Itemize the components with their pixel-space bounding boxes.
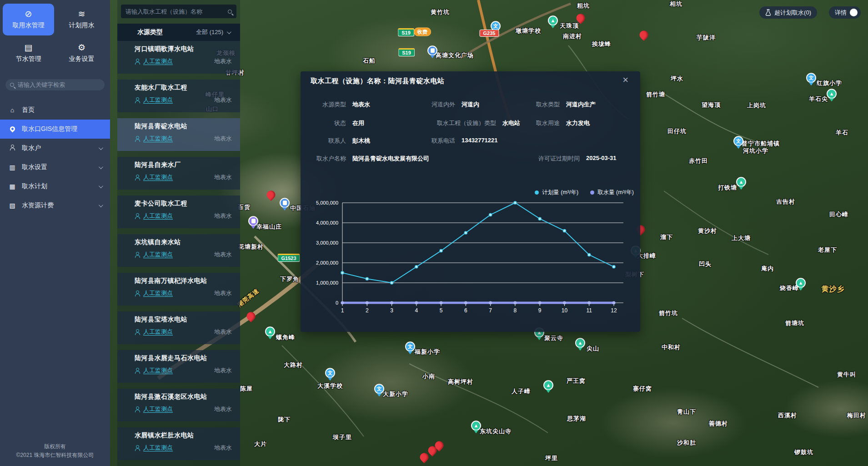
map-label: 羊石 xyxy=(836,129,848,137)
chevron-down-icon xyxy=(99,145,103,150)
school-marker[interactable]: 文 xyxy=(374,384,384,394)
mountain-marker[interactable]: ▲ xyxy=(796,278,806,288)
close-icon[interactable]: × xyxy=(622,75,628,85)
map-label: 陇下 xyxy=(278,416,291,424)
facility-list-item[interactable]: 陆河县自来水厂人工监测点地表水 xyxy=(117,157,240,190)
facility-list-item[interactable]: 陆河县南万镇杞洋水电站人工监测点地表水 xyxy=(117,273,240,306)
facility-list-item[interactable]: 陆河县宝塔水电站人工监测点地表水 xyxy=(117,311,240,344)
legend-item[interactable]: 取水量 (m³/年) xyxy=(590,189,634,196)
poi-blue-marker[interactable] xyxy=(427,45,437,55)
facility-list-item[interactable]: 麦卡公司取水工程人工监测点地表水 xyxy=(117,195,240,228)
facility-search-input[interactable] xyxy=(125,8,224,15)
svg-text:9: 9 xyxy=(538,307,542,314)
svg-text:8: 8 xyxy=(514,307,517,314)
monitor-type-link[interactable]: 人工监测点 xyxy=(143,328,173,336)
mountain-icon: ▲ xyxy=(548,15,558,25)
over-plan-water-button[interactable]: 超计划取水(0) xyxy=(759,6,817,19)
mountain-marker[interactable]: ▲ xyxy=(827,89,837,99)
map-label: 南进村 xyxy=(563,32,582,40)
field-label: 河道内外 xyxy=(423,100,455,109)
marker-pointer xyxy=(578,347,582,351)
sidebar-search-input[interactable] xyxy=(18,81,100,88)
mountain-marker[interactable]: ▲ xyxy=(736,177,746,187)
facility-search-box[interactable] xyxy=(121,5,236,18)
search-icon xyxy=(228,10,232,14)
facility-list-item[interactable]: 陆河县激石溪老区水电站人工监测点地表水 xyxy=(117,389,240,421)
monitor-type-link[interactable]: 人工监测点 xyxy=(143,57,173,65)
module-save-water[interactable]: ▤节水管理 xyxy=(3,37,54,69)
facility-list: 河口镇唱歌潭水电站人工监测点地表水友能水厂取水工程人工监测点地表水陆河县青碇水电… xyxy=(117,41,240,466)
mountain-marker[interactable]: ▲ xyxy=(548,15,558,25)
sidebar-item-1[interactable]: 取水口GIS信息管理 xyxy=(0,120,110,139)
monitor-type-link[interactable]: 人工监测点 xyxy=(143,173,173,181)
red-pin-icon xyxy=(418,451,431,463)
monitor-type-link[interactable]: 人工监测点 xyxy=(143,444,173,452)
facility-list-item[interactable]: 东坑镇自来水站人工监测点地表水 xyxy=(117,234,240,267)
monitor-type-link[interactable]: 人工监测点 xyxy=(143,366,173,375)
mountain-marker[interactable]: ▲ xyxy=(543,380,553,390)
sidebar-item-3[interactable]: ▥取水设置 xyxy=(0,158,110,177)
toggle-knob[interactable] xyxy=(850,9,858,16)
water-source-filter[interactable]: 水源类型 全部 (125) xyxy=(117,24,240,41)
school-marker[interactable]: 文 xyxy=(733,136,743,146)
mountain-marker[interactable]: ▲ xyxy=(265,326,275,336)
sidebar-item-0[interactable]: ⌂首页 xyxy=(0,100,110,120)
module-plan-water[interactable]: ≋计划用水 xyxy=(56,4,107,35)
red-pin-marker[interactable] xyxy=(577,14,585,22)
monitor-type-link[interactable]: 人工监测点 xyxy=(143,135,173,143)
facility-list-item[interactable]: 水唇镇水栏肚水电站人工监测点地表水 xyxy=(117,427,240,460)
temple-marker[interactable]: ▲ xyxy=(471,421,481,431)
module-settings[interactable]: ⚙业务设置 xyxy=(56,37,107,69)
sidebar-search-box[interactable] xyxy=(5,79,105,90)
road-shield-G1523: G1523 xyxy=(277,254,300,262)
marker-pointer xyxy=(829,98,834,101)
red-pin-marker[interactable] xyxy=(267,190,276,199)
chart-legend: 计划量 (m³/年)取水量 (m³/年) xyxy=(535,189,634,196)
facility-sub-row: 人工监测点地表水 xyxy=(135,444,232,452)
red-pin-marker[interactable] xyxy=(247,312,256,321)
school-marker[interactable]: 文 xyxy=(405,341,415,351)
marker-pointer xyxy=(798,287,803,291)
marker-pointer xyxy=(546,390,551,393)
map-label: 上岗坑 xyxy=(747,101,766,110)
facility-name: 麦卡公司取水工程 xyxy=(135,200,232,208)
svg-text:3: 3 xyxy=(390,307,393,314)
school-marker[interactable]: 文 xyxy=(806,73,816,83)
svg-text:0: 0 xyxy=(336,300,338,306)
monitor-type-link[interactable]: 人工监测点 xyxy=(143,212,173,220)
resort-marker[interactable] xyxy=(248,216,258,226)
gas-marker[interactable] xyxy=(280,198,290,208)
monitor-type-link[interactable]: 人工监测点 xyxy=(143,251,173,259)
map-label: 青山下 xyxy=(677,408,696,416)
map-label: 花塘新村 xyxy=(238,243,264,251)
sidebar-item-4[interactable]: ▦取水计划 xyxy=(0,177,110,196)
sidebar-item-2[interactable]: 取水户 xyxy=(0,139,110,158)
red-pin-marker[interactable] xyxy=(420,453,429,461)
map-label: 红旗小学 xyxy=(817,79,842,87)
red-pin-icon xyxy=(265,189,277,201)
module-water-use[interactable]: ⊘取用水管理 xyxy=(3,4,54,35)
legend-label: 计划量 (m³/年) xyxy=(542,189,578,196)
marker-pointer xyxy=(551,25,555,28)
field-label: 取水用途 xyxy=(528,119,560,127)
facility-list-item[interactable]: 陆河县青碇水电站人工监测点地表水 xyxy=(117,118,240,151)
map-label: 田心嶂 xyxy=(829,210,848,219)
monitor-type-link[interactable]: 人工监测点 xyxy=(143,289,173,297)
map-label: 羊石尖 xyxy=(809,95,828,103)
poi-blue-icon xyxy=(427,45,437,55)
sidebar-item-5[interactable]: ▧水资源计费 xyxy=(0,196,110,215)
facility-list-item[interactable]: 陆河县水唇走马石水电站人工监测点地表水 xyxy=(117,350,240,383)
mountain-marker[interactable]: ▲ xyxy=(575,338,585,348)
map-label: 高树坪村 xyxy=(448,378,473,386)
svg-text:5,000,000: 5,000,000 xyxy=(316,200,338,205)
red-pin-marker[interactable] xyxy=(435,441,444,450)
school-marker[interactable]: 文 xyxy=(325,368,335,378)
legend-item[interactable]: 计划量 (m³/年) xyxy=(535,189,578,196)
monitor-type-link[interactable]: 人工监测点 xyxy=(143,405,173,413)
facility-list-item[interactable]: 河口镇唱歌潭水电站人工监测点地表水 xyxy=(117,41,240,74)
facility-list-item[interactable]: 友能水厂取水工程人工监测点地表水 xyxy=(117,80,240,112)
red-pin-marker[interactable] xyxy=(640,30,648,39)
monitor-type-link[interactable]: 人工监测点 xyxy=(143,96,173,104)
detail-toggle[interactable]: 详情 xyxy=(829,6,861,19)
map-label: 河坑小学 xyxy=(743,147,768,155)
